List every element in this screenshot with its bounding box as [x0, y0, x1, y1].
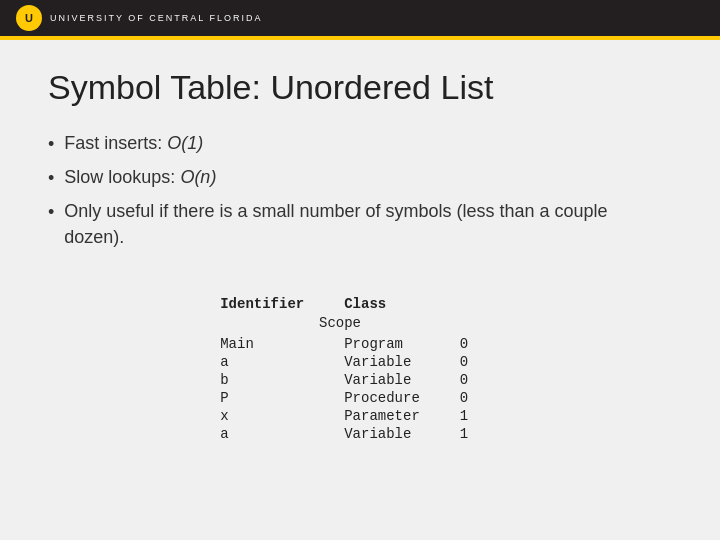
main-content: Symbol Table: Unordered List • Fast inse…: [0, 40, 720, 540]
bullet-dot: •: [48, 200, 54, 225]
identifier-cell: P: [220, 389, 344, 407]
svg-text:U: U: [25, 12, 33, 24]
table-container: Identifier Class Scope MainProgram0aVari…: [48, 294, 672, 443]
table-row: PProcedure0: [220, 389, 500, 407]
class-cell: Procedure: [344, 389, 460, 407]
bullet-text-2: Slow lookups: O(n): [64, 165, 216, 190]
bullet-dot: •: [48, 132, 54, 157]
class-cell: Variable: [344, 353, 460, 371]
num-cell: 0: [460, 335, 500, 353]
num-cell: 1: [460, 407, 500, 425]
table-row: aVariable0: [220, 353, 500, 371]
slide-title: Symbol Table: Unordered List: [48, 68, 672, 107]
bullet-dot: •: [48, 166, 54, 191]
table-row: xParameter1: [220, 407, 500, 425]
col1-header: Identifier: [220, 294, 344, 314]
table-row: MainProgram0: [220, 335, 500, 353]
identifier-cell: a: [220, 353, 344, 371]
class-cell: Variable: [344, 425, 460, 443]
bullet-text-3: Only useful if there is a small number o…: [64, 199, 672, 249]
class-cell: Variable: [344, 371, 460, 389]
col2-header: Class: [344, 294, 460, 314]
identifier-cell: Main: [220, 335, 344, 353]
identifier-cell: a: [220, 425, 344, 443]
table-row: aVariable1: [220, 425, 500, 443]
slide: U UNIVERSITY OF CENTRAL FLORIDA Symbol T…: [0, 0, 720, 540]
list-item: • Only useful if there is a small number…: [48, 199, 672, 249]
logo-icon: U: [16, 5, 42, 31]
num-cell: 0: [460, 371, 500, 389]
num-cell: 0: [460, 389, 500, 407]
col3-header: [460, 294, 500, 314]
symbol-table: Identifier Class Scope MainProgram0aVari…: [220, 294, 500, 443]
bullet-list: • Fast inserts: O(1) • Slow lookups: O(n…: [48, 131, 672, 258]
num-cell: 1: [460, 425, 500, 443]
scope-label: Scope: [220, 314, 500, 335]
table-row: bVariable0: [220, 371, 500, 389]
class-cell: Parameter: [344, 407, 460, 425]
bullet-text-1: Fast inserts: O(1): [64, 131, 203, 156]
identifier-cell: x: [220, 407, 344, 425]
list-item: • Fast inserts: O(1): [48, 131, 672, 157]
class-cell: Program: [344, 335, 460, 353]
ucf-text: UNIVERSITY OF CENTRAL FLORIDA: [50, 13, 263, 23]
header-bar: U UNIVERSITY OF CENTRAL FLORIDA: [0, 0, 720, 36]
list-item: • Slow lookups: O(n): [48, 165, 672, 191]
identifier-cell: b: [220, 371, 344, 389]
ucf-logo: U UNIVERSITY OF CENTRAL FLORIDA: [16, 5, 263, 31]
num-cell: 0: [460, 353, 500, 371]
